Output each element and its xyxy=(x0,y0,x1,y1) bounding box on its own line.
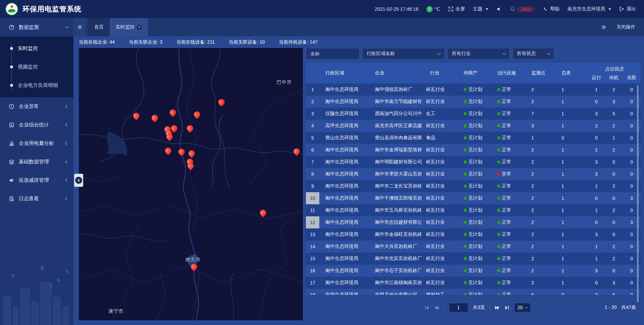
table-row[interactable]: 2阆中生态环境局阆中市南方节能建材有砖瓦行业无计划正常21030 xyxy=(306,96,641,108)
tab-home[interactable]: 首页 xyxy=(88,18,110,36)
power-analysis-icon xyxy=(9,141,14,146)
bullet-icon xyxy=(10,47,13,50)
cell-total-meter: 0 xyxy=(557,135,588,141)
table-row[interactable]: 9阆中生态环境局阆中市二龙长宝页岩砖砖瓦行业无计划正常21120 xyxy=(306,180,641,192)
sidebar-item-label: 应急减排管理 xyxy=(19,177,49,183)
sidebar-item-log-view[interactable]: 日志查看 xyxy=(0,189,73,208)
table-row[interactable]: 17阆中生态环境局阆中市江南镇阆南页岩砖瓦行业无计划正常21030 xyxy=(306,277,641,289)
cell-running: 0 xyxy=(588,196,605,201)
status-dot-icon xyxy=(464,136,467,140)
table-row[interactable]: 3仪陇生态环境局西南油气田分公司川中化工无计划正常71350 xyxy=(306,108,641,120)
chevron-left-icon xyxy=(65,105,69,108)
sidebar-item-power-analysis[interactable]: 企业用电量分析 xyxy=(0,134,73,153)
cell-facility: 正常 xyxy=(493,183,527,189)
table-row[interactable]: 7阆中生态环境局阆中明阳建材有限公司砖瓦行业无计划正常21300 xyxy=(306,156,641,168)
table-row[interactable]: 10阆中生态环境局阆中千佛镇五郎垭页岩砖瓦行业无计划正常21003 xyxy=(306,192,641,204)
cell-company: 营山县润丰肉食品有限 xyxy=(369,135,425,141)
industry-select[interactable]: 所有行业 xyxy=(447,48,510,59)
page-number-input[interactable] xyxy=(449,303,468,312)
sound-button[interactable] xyxy=(496,6,502,12)
col-lost: 失联 xyxy=(623,75,641,81)
cell-total-meter: 1 xyxy=(557,159,588,165)
cell-company: 阆中明阳建材有限公司 xyxy=(369,159,425,165)
sidebar-subitem[interactable]: 企业电力负荷明细 xyxy=(0,76,73,95)
cell-stopped: 0 xyxy=(605,220,623,225)
cell-industry: 建材加工 xyxy=(425,292,459,295)
sidebar-subitem[interactable]: 视频监控 xyxy=(0,58,73,76)
chevron-down-icon xyxy=(503,52,506,55)
stat-item: 当前失联设备: 10 xyxy=(229,39,265,45)
theme-button[interactable]: 主题 xyxy=(473,6,488,12)
datetime: 2021-02-25 17:46:18 xyxy=(375,6,418,12)
table-row[interactable]: 15阆中生态环境局阆中市光富页岩机砖厂砖瓦行业无计划正常21120 xyxy=(306,253,641,265)
filter-row: 行政区域名称 所有行业 所有状态 xyxy=(306,48,641,59)
last-page-button[interactable] xyxy=(504,305,509,310)
logout-button[interactable]: 退出 xyxy=(619,6,636,12)
sidebar-subitem[interactable]: 实时监控 xyxy=(0,39,73,58)
table-row[interactable]: 8阆中生态环境局阆中市枣碧大梁山页岩砖瓦行业无计划异常21300 xyxy=(306,168,641,180)
log-view-icon xyxy=(9,196,14,202)
table-row[interactable]: 13阆中生态环境局阆中市金福旺页岩机砖砖瓦行业无计划正常21300 xyxy=(306,228,641,240)
map[interactable]: 巴中市南充市遂宁市 xyxy=(79,48,303,320)
name-search-input[interactable] xyxy=(306,48,360,59)
row-index: 9 xyxy=(306,180,319,192)
cell-monitor-count: 2 xyxy=(527,183,557,189)
tab-realtime-monitoring[interactable]: 实时监控 × xyxy=(110,18,148,36)
status-dot-icon xyxy=(497,197,500,200)
cell-total-meter: 0 xyxy=(557,292,588,295)
table-row[interactable]: 16阆中生态环境局阆中市石子页岩机砖厂砖瓦行业无计划正常21300 xyxy=(306,265,641,277)
row-index: 17 xyxy=(306,277,319,289)
tab-close-icon[interactable]: × xyxy=(137,25,142,30)
sidebar-item-data-monitoring[interactable]: 数据监测 xyxy=(0,18,73,37)
cell-company: 阆中市江南镇阆南页岩 xyxy=(369,280,425,286)
prev-page-button[interactable] xyxy=(434,305,439,310)
next-page-button[interactable] xyxy=(495,305,500,310)
notifications[interactable]: 2632 xyxy=(510,6,535,12)
table-row[interactable]: 6阆中生态环境局阆中市金博瑞新型墙材砖瓦行业无计划正常21120 xyxy=(306,144,641,156)
status-dot-icon xyxy=(464,269,467,272)
region-select[interactable]: 行政区域名称 xyxy=(362,48,445,59)
table-row[interactable]: 4高坪生态环境局南充市高坪区王家店建砖瓦行业无计划正常31220 xyxy=(306,120,641,132)
status-dot-icon xyxy=(464,172,467,176)
sidebar-item-base-data[interactable]: 基础数据管理 xyxy=(0,153,73,171)
cell-company: 南部县砖化有限公司 xyxy=(369,292,425,295)
status-select[interactable]: 所有状态 xyxy=(513,48,554,59)
table-row[interactable]: 11阆中生态环境局阆中市五马桥页岩机砖砖瓦行业无计划正常21120 xyxy=(306,204,641,216)
chevron-left-icon xyxy=(65,142,69,145)
sidebar-item-enterprise-abnormal[interactable]: 企业异常 xyxy=(0,97,73,116)
cell-stopped: 2 xyxy=(605,87,623,92)
double-chevron-right-icon[interactable] xyxy=(601,24,606,30)
table-row[interactable]: 12阆中生态环境局阆中市忠信建材有限公砖瓦行业无计划正常21003 xyxy=(306,216,641,228)
first-page-button[interactable] xyxy=(424,305,429,310)
sidebar-item-enterprise-statistics[interactable]: 企业综合统计 xyxy=(0,116,73,134)
status-dot-icon xyxy=(497,269,500,272)
fullscreen-button[interactable]: 全屏 xyxy=(448,6,465,12)
table-scrollbar[interactable] xyxy=(637,85,639,302)
cell-industry: 砖瓦行业 xyxy=(425,219,459,225)
cell-plan: 无计划 xyxy=(459,183,493,189)
cell-facility: 正常 xyxy=(493,207,527,213)
table-row[interactable]: 18南部生态环境局南部县砖化有限公司建材加工无计划正常60060 xyxy=(306,289,641,295)
map-collapse-button[interactable] xyxy=(74,174,83,187)
close-operations-button[interactable]: 关闭操作 xyxy=(616,24,635,30)
org-menu[interactable]: 南充市生态环境局 xyxy=(568,6,611,12)
cell-plan: 无计划 xyxy=(459,123,493,129)
sidebar-item-emergency-reduction[interactable]: 应急减排管理 xyxy=(0,171,73,189)
sidebar-subitem-label: 视频监控 xyxy=(18,64,38,70)
status-dot-icon xyxy=(464,112,467,115)
row-index: 4 xyxy=(306,120,319,132)
help-button[interactable]: 帮助 xyxy=(543,6,559,12)
main-content: 巴中市南充市遂宁市 行政区域名称 所有行业 所有状态 行政区域 企业 行业 停限… xyxy=(73,48,644,325)
cell-plan: 无计划 xyxy=(459,256,493,262)
cell-region: 南部生态环境局 xyxy=(319,292,369,295)
table-row[interactable]: 5营山生态环境局营山县润丰肉食品有限食品无计划正常10010 xyxy=(306,132,641,144)
tabs-scroll-left-button[interactable] xyxy=(73,18,86,36)
cell-company: 阆中市光富页岩机砖厂 xyxy=(369,256,425,262)
table-row[interactable]: 14阆中生态环境局阆中大兴页岩机砖厂砖瓦行业无计划正常21120 xyxy=(306,240,641,253)
page-size-select[interactable]: 20 xyxy=(514,303,531,312)
status-dot-icon xyxy=(464,88,467,91)
table-row[interactable]: 1阆中生态环境局阆中强锐页岩砖厂砖瓦行业无计划正常21120 xyxy=(306,84,641,96)
cell-facility: 正常 xyxy=(493,147,527,153)
col-facility: 治污设施 xyxy=(493,63,527,84)
cell-monitor-count: 2 xyxy=(527,220,557,225)
